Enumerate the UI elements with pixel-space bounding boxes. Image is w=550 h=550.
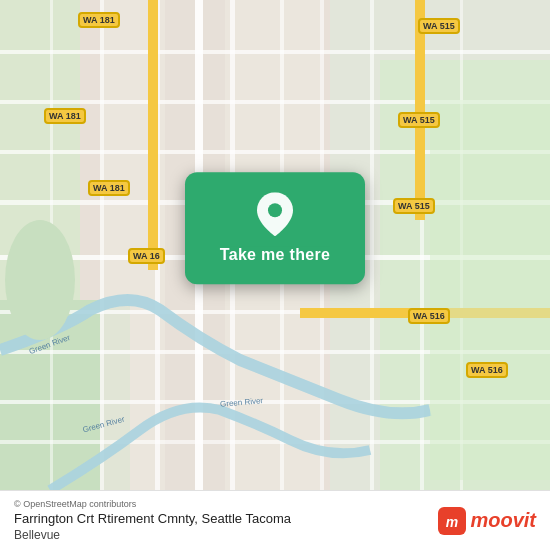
highway-badge-wa181-3: WA 181 (88, 180, 130, 196)
location-popup[interactable]: Take me there (185, 172, 365, 284)
highway-badge-wa516-1: WA 516 (408, 308, 450, 324)
svg-point-31 (268, 203, 282, 217)
highway-badge-wa516-2: WA 516 (466, 362, 508, 378)
highway-badge-wa515-2: WA 515 (398, 112, 440, 128)
highway-badge-wa181-1: WA 181 (78, 12, 120, 28)
location-pin-icon (257, 192, 293, 236)
highway-badge-wa515-1: WA 515 (418, 18, 460, 34)
svg-point-29 (5, 220, 75, 340)
location-info: © OpenStreetMap contributors Farrington … (14, 499, 291, 542)
highway-badge-wa515-3: WA 515 (393, 198, 435, 214)
svg-text:m: m (446, 514, 458, 530)
bottom-info-bar: © OpenStreetMap contributors Farrington … (0, 490, 550, 550)
location-name: Farrington Crt Rtirement Cmnty, Seattle … (14, 511, 291, 526)
map-view[interactable]: WA 181 WA 181 WA 181 WA 16 WA 515 WA 515… (0, 0, 550, 490)
moovit-icon: m (438, 507, 466, 535)
svg-rect-26 (148, 0, 158, 270)
svg-rect-30 (430, 100, 550, 480)
svg-rect-17 (0, 50, 550, 54)
copyright-text: © OpenStreetMap contributors (14, 499, 291, 509)
moovit-logo: m moovit (438, 507, 536, 535)
highway-badge-wa16: WA 16 (128, 248, 165, 264)
take-me-there-button[interactable]: Take me there (220, 246, 330, 264)
moovit-label: moovit (470, 509, 536, 532)
svg-rect-15 (100, 0, 104, 490)
highway-badge-wa181-2: WA 181 (44, 108, 86, 124)
location-sub: Bellevue (14, 528, 291, 542)
svg-rect-12 (370, 0, 374, 490)
